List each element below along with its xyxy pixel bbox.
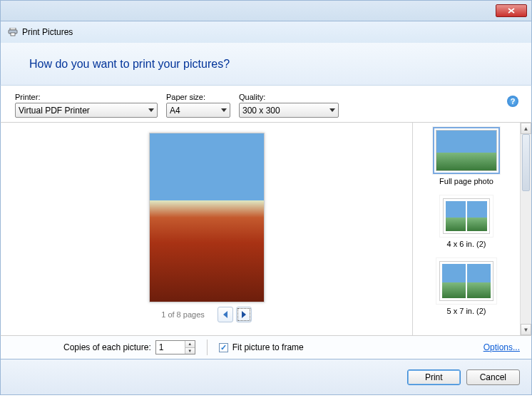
- quality-label: Quality:: [239, 93, 339, 101]
- scroll-down-button[interactable]: ▼: [521, 324, 531, 335]
- chevron-down-icon: [221, 108, 227, 112]
- close-icon: [508, 8, 515, 14]
- paper-label: Paper size:: [166, 93, 230, 101]
- layout-4x6[interactable]: 4 x 6 in. (2): [440, 195, 493, 248]
- copies-down-button[interactable]: ▼: [185, 348, 195, 354]
- config-row: Printer: Virtual PDF Printer Paper size:…: [0, 86, 532, 123]
- next-page-button[interactable]: [236, 307, 252, 322]
- fit-label: Fit picture to frame: [232, 342, 304, 352]
- copies-label: Copies of each picture:: [12, 342, 151, 352]
- scroll-up-button[interactable]: ▲: [521, 123, 531, 134]
- window-title: Print Pictures: [22, 27, 73, 37]
- page-nav: 1 of 8 pages: [161, 307, 252, 322]
- printer-icon: [8, 28, 18, 36]
- chevron-down-icon: [329, 108, 335, 112]
- preview-pane: 1 of 8 pages: [1, 123, 413, 335]
- quality-select[interactable]: 300 x 300: [239, 103, 339, 118]
- layout-full-page[interactable]: Full page photo: [433, 127, 500, 185]
- titlebar: [0, 0, 532, 21]
- main-area: 1 of 8 pages Full page photo 4 x 6 in. (…: [0, 123, 532, 335]
- page-counter: 1 of 8 pages: [161, 310, 205, 319]
- action-row: Print Cancel: [0, 359, 532, 395]
- copies-row: Copies of each picture: ▲ ▼ ✓ Fit pictur…: [0, 335, 532, 359]
- chevron-down-icon: [148, 108, 154, 112]
- paper-size-select[interactable]: A4: [166, 103, 230, 118]
- svg-rect-0: [10, 28, 16, 30]
- layout-label: 4 x 6 in. (2): [440, 240, 493, 248]
- divider: [207, 340, 208, 355]
- layout-5x7[interactable]: 5 x 7 in. (2): [436, 258, 496, 315]
- close-button[interactable]: [496, 4, 527, 17]
- scroll-track[interactable]: [521, 134, 531, 324]
- prev-page-button[interactable]: [218, 307, 233, 322]
- print-button[interactable]: Print: [407, 369, 461, 385]
- cancel-button[interactable]: Cancel: [466, 369, 520, 385]
- subtitle-bar: Print Pictures: [0, 21, 532, 43]
- layout-panel: Full page photo 4 x 6 in. (2) 5 x 7 in. …: [413, 123, 520, 335]
- page-preview-image: [149, 133, 265, 302]
- options-link[interactable]: Options...: [484, 342, 520, 352]
- header-band: How do you want to print your pictures?: [0, 43, 532, 86]
- printer-value: Virtual PDF Printer: [19, 106, 90, 116]
- help-icon[interactable]: ?: [507, 96, 518, 107]
- copies-up-button[interactable]: ▲: [185, 341, 195, 348]
- layout-label: Full page photo: [433, 177, 500, 185]
- svg-rect-2: [11, 33, 15, 36]
- quality-value: 300 x 300: [242, 106, 280, 116]
- arrow-left-icon: [223, 311, 227, 318]
- fit-checkbox[interactable]: ✓: [219, 343, 228, 352]
- arrow-right-icon: [242, 311, 246, 318]
- paper-value: A4: [170, 106, 180, 116]
- layout-label: 5 x 7 in. (2): [436, 307, 496, 315]
- copies-spinner[interactable]: ▲ ▼: [155, 340, 195, 354]
- scroll-thumb[interactable]: [522, 134, 530, 191]
- header-question: How do you want to print your pictures?: [29, 58, 230, 71]
- printer-select[interactable]: Virtual PDF Printer: [15, 103, 158, 118]
- copies-input[interactable]: [156, 341, 185, 354]
- layout-scrollbar[interactable]: ▲ ▼: [520, 123, 531, 335]
- printer-label: Printer:: [15, 93, 158, 101]
